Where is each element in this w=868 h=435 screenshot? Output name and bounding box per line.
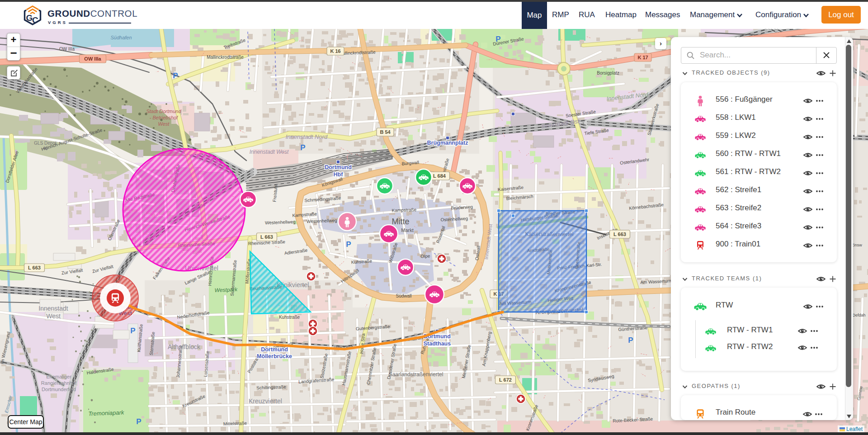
svg-text:46: 46 — [42, 146, 48, 151]
svg-text:Südhafen: Südhafen — [110, 35, 132, 40]
svg-text:West: West — [158, 121, 170, 127]
svg-text:Innenstadt Nord: Innenstadt Nord — [286, 133, 328, 140]
svg-text:P: P — [300, 143, 305, 152]
svg-text:Kuhstraße: Kuhstraße — [279, 315, 300, 320]
svg-text:B 54: B 54 — [380, 129, 391, 135]
svg-text:Markt: Markt — [401, 227, 414, 233]
svg-text:OW IIIa: OW IIIa — [84, 56, 101, 61]
svg-text:Kampstraße: Kampstraße — [392, 207, 416, 213]
svg-text:P: P — [136, 417, 141, 426]
svg-text:OW IIIa: OW IIIa — [59, 47, 75, 52]
svg-text:L 663: L 663 — [28, 265, 41, 270]
svg-text:Mallinckrodtstraße: Mallinckrodtstraße — [207, 55, 244, 60]
svg-text:Mitte: Mitte — [392, 217, 409, 226]
svg-text:K 16: K 16 — [330, 48, 340, 54]
svg-text:Westpark: Westpark — [214, 286, 238, 293]
svg-text:P: P — [346, 240, 351, 249]
svg-text:L 672: L 672 — [499, 377, 512, 383]
svg-text:Möllerbrücke: Möllerbrücke — [257, 353, 292, 359]
svg-text:P: P — [495, 35, 500, 43]
svg-text:P: P — [628, 336, 633, 345]
svg-text:Innenstadt: Innenstadt — [38, 305, 68, 312]
svg-text:Dortmunderfeld: Dortmunderfeld — [42, 387, 76, 392]
svg-text:Defdah: Defdah — [852, 313, 865, 317]
svg-text:Brügmannplatz: Brügmannplatz — [427, 140, 468, 146]
svg-text:L 684: L 684 — [433, 173, 446, 179]
svg-text:West: West — [46, 312, 61, 320]
svg-text:Mittelstraße: Mittelstraße — [223, 421, 247, 426]
svg-text:P: P — [130, 326, 135, 335]
svg-text:Althoffblock: Althoffblock — [168, 343, 201, 350]
svg-text:Südwall: Südwall — [396, 293, 411, 298]
svg-text:Kreuzviertel: Kreuzviertel — [249, 397, 282, 405]
svg-text:Dortmund: Dortmund — [261, 346, 288, 353]
svg-text:Schillingstraße: Schillingstraße — [256, 384, 286, 390]
svg-text:C: C — [32, 15, 38, 25]
svg-text:P: P — [173, 71, 178, 80]
svg-text:Hbf: Hbf — [334, 171, 344, 178]
svg-text:Innenstadt West: Innenstadt West — [250, 149, 289, 155]
svg-text:Tremoniapark: Tremoniapark — [88, 409, 125, 417]
svg-text:Borsigplatz: Borsigplatz — [597, 71, 619, 76]
svg-text:Rangierbahnhof: Rangierbahnhof — [41, 380, 77, 386]
svg-text:Ehemaliger: Ehemaliger — [46, 374, 71, 379]
svg-text:Stadt Dortmund: Stadt Dortmund — [146, 109, 181, 114]
svg-text:Stadthaus: Stadthaus — [424, 340, 451, 347]
svg-text:K 17: K 17 — [637, 55, 648, 60]
svg-text:L 663: L 663 — [613, 232, 626, 237]
svg-text:- Betriebshof: - Betriebshof — [150, 115, 178, 120]
svg-text:Dortmund: Dortmund — [325, 164, 352, 170]
svg-text:L 663: L 663 — [260, 234, 273, 240]
svg-text:Olpe: Olpe — [420, 253, 430, 259]
svg-text:GLS Depot: GLS Depot — [34, 141, 57, 146]
svg-text:Saarlandstraßenviertel: Saarlandstraßenviertel — [389, 371, 443, 378]
